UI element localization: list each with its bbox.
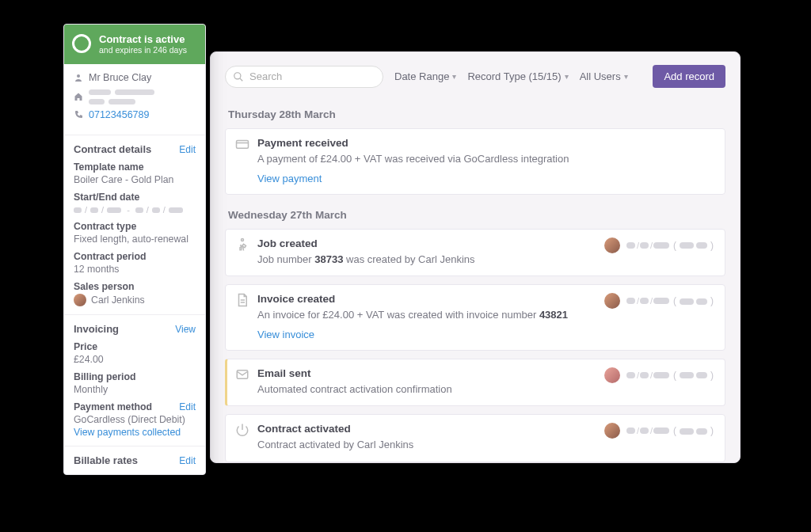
activity-meta: // () bbox=[604, 423, 714, 439]
svg-point-9 bbox=[77, 74, 80, 78]
contract-details-edit-link[interactable]: Edit bbox=[179, 144, 196, 155]
contract-sidebar: Contract is active and expires in 246 da… bbox=[63, 24, 206, 475]
svg-point-4 bbox=[242, 238, 244, 241]
payments-collected-link[interactable]: View payments collected bbox=[74, 427, 181, 438]
activity-card-payment-received: Payment received A payment of £24.00 + V… bbox=[225, 128, 725, 195]
meta-date-placeholder: // () bbox=[626, 295, 714, 307]
invoice-icon bbox=[235, 293, 249, 307]
chevron-down-icon: ▾ bbox=[452, 72, 456, 81]
invoicing-section: Invoicing View Price £24.00 Billing peri… bbox=[64, 315, 205, 446]
billing-label: Billing period bbox=[74, 371, 196, 382]
activity-body: A payment of £24.00 + VAT was received v… bbox=[257, 152, 714, 166]
payment-label: Payment method bbox=[74, 401, 152, 412]
svg-point-0 bbox=[234, 72, 241, 78]
date-heading: Wednesday 27th March bbox=[228, 209, 722, 221]
period-value: 12 months bbox=[74, 264, 196, 275]
activity-feed: Thursday 28th March Payment received A p… bbox=[211, 96, 740, 463]
search-icon bbox=[233, 71, 244, 82]
contact-phone-row: 07123456789 bbox=[74, 109, 196, 120]
type-value: Fixed length, auto-renewal bbox=[74, 234, 196, 245]
activity-body: Contract activated by Carl Jenkins bbox=[257, 438, 714, 452]
toolbar: Date Range▾ Record Type (15/15)▾ All Use… bbox=[211, 52, 740, 96]
meta-date-placeholder: // () bbox=[626, 239, 714, 251]
add-record-button[interactable]: Add record bbox=[653, 65, 725, 88]
filter-record-type[interactable]: Record Type (15/15)▾ bbox=[467, 70, 568, 82]
contract-details-section: Contract details Edit Template name Boil… bbox=[64, 135, 205, 315]
contact-phone-link[interactable]: 07123456789 bbox=[89, 109, 149, 120]
billable-rates-edit-link[interactable]: Edit bbox=[179, 455, 196, 466]
contact-name-row: Mr Bruce Clay bbox=[74, 72, 196, 83]
price-value: £24.00 bbox=[74, 354, 196, 365]
contact-section: Mr Bruce Clay 07123456789 bbox=[64, 64, 205, 135]
meta-date-placeholder: // () bbox=[626, 425, 714, 437]
contact-name: Mr Bruce Clay bbox=[89, 72, 151, 83]
activity-body: Automated contract activation confirmati… bbox=[257, 382, 714, 397]
phone-icon bbox=[74, 110, 83, 120]
status-subtitle: and expires in 246 days bbox=[99, 45, 196, 55]
person-walk-icon bbox=[235, 238, 249, 252]
chevron-down-icon: ▾ bbox=[624, 72, 628, 81]
activity-meta: // () bbox=[604, 293, 714, 309]
contract-details-heading: Contract details bbox=[74, 143, 151, 155]
activity-card-email-sent: Email sent Automated contract activation… bbox=[225, 359, 725, 407]
payment-edit-link[interactable]: Edit bbox=[179, 401, 196, 412]
filter-record-type-label: Record Type (15/15) bbox=[467, 70, 561, 82]
contact-address-row bbox=[74, 88, 196, 104]
search-wrap bbox=[225, 66, 383, 88]
filter-users-label: All Users bbox=[580, 70, 621, 82]
billable-rates-section: Billable rates Edit bbox=[64, 446, 205, 474]
activity-card-invoice-created: Invoice created An invoice for £24.00 + … bbox=[225, 284, 725, 351]
status-title: Contract is active bbox=[99, 34, 196, 45]
activity-body: An invoice for £24.00 + VAT was created … bbox=[257, 308, 714, 322]
meta-date-placeholder: // () bbox=[626, 369, 714, 381]
template-value: Boiler Care - Gold Plan bbox=[74, 174, 196, 185]
billable-rates-heading: Billable rates bbox=[74, 454, 138, 466]
filter-date-range-label: Date Range bbox=[394, 70, 449, 82]
status-banner: Contract is active and expires in 246 da… bbox=[64, 25, 205, 64]
sales-value-row: Carl Jenkins bbox=[74, 294, 196, 306]
avatar bbox=[604, 423, 620, 439]
activity-meta: // () bbox=[604, 238, 714, 253]
avatar bbox=[74, 294, 86, 306]
activity-card-contract-activated: Contract activated Contract activated by… bbox=[225, 414, 725, 462]
price-label: Price bbox=[74, 341, 196, 352]
avatar bbox=[604, 238, 620, 253]
activity-body: Job number 38733 was created by Carl Jen… bbox=[257, 253, 714, 267]
filter-date-range[interactable]: Date Range▾ bbox=[394, 70, 456, 82]
status-ring-icon bbox=[72, 34, 91, 53]
credit-card-icon bbox=[235, 137, 249, 151]
sales-value: Carl Jenkins bbox=[91, 294, 145, 306]
period-label: Contract period bbox=[74, 251, 196, 262]
payment-value: GoCardless (Direct Debit) bbox=[74, 414, 196, 425]
sales-label: Sales person bbox=[74, 281, 196, 292]
type-label: Contract type bbox=[74, 221, 196, 232]
power-icon bbox=[235, 423, 249, 437]
activity-panel: Date Range▾ Record Type (15/15)▾ All Use… bbox=[210, 51, 741, 463]
chevron-down-icon: ▾ bbox=[565, 72, 569, 81]
filter-users[interactable]: All Users▾ bbox=[580, 70, 628, 82]
template-label: Template name bbox=[74, 162, 196, 173]
avatar bbox=[604, 293, 620, 309]
activity-card-job-created: Job created Job number 38733 was created… bbox=[225, 229, 725, 277]
activity-meta: // () bbox=[604, 367, 714, 383]
avatar bbox=[604, 367, 620, 383]
svg-line-1 bbox=[240, 78, 242, 81]
invoicing-view-link[interactable]: View bbox=[175, 324, 196, 335]
invoicing-heading: Invoicing bbox=[74, 323, 119, 335]
view-invoice-link[interactable]: View invoice bbox=[257, 329, 314, 340]
person-icon bbox=[74, 73, 83, 82]
view-payment-link[interactable]: View payment bbox=[257, 173, 322, 184]
activity-title: Payment received bbox=[257, 137, 714, 149]
date-heading: Thursday 28th March bbox=[228, 108, 722, 120]
startend-placeholder: // - // bbox=[74, 205, 196, 215]
envelope-icon bbox=[235, 367, 249, 382]
svg-rect-2 bbox=[237, 141, 249, 149]
startend-label: Start/End date bbox=[74, 192, 196, 203]
billing-value: Monthly bbox=[74, 384, 196, 395]
search-input[interactable] bbox=[225, 66, 383, 88]
home-icon bbox=[74, 92, 83, 101]
